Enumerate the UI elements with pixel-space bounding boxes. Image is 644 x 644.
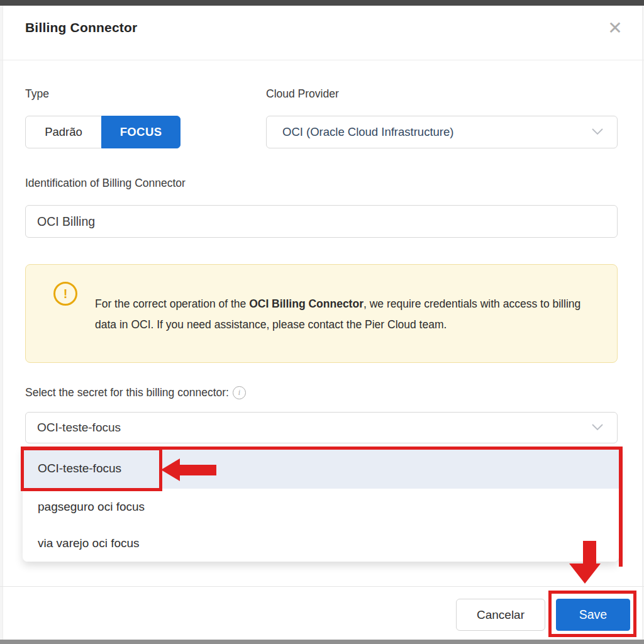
dropdown-option-label: via varejo oci focus (23, 536, 140, 550)
dropdown-option-label: OCI-teste-focus (23, 462, 121, 475)
save-button-label: Save (579, 608, 607, 622)
footer-divider (0, 586, 644, 587)
warning-alert: ! For the correct operation of the OCI B… (25, 264, 618, 363)
warning-text-part1: For the correct operation of the (95, 297, 249, 310)
chevron-down-icon (592, 126, 603, 138)
header-divider (0, 60, 644, 60)
save-button[interactable]: Save (556, 599, 630, 631)
type-option-focus-label: FOCUS (120, 125, 162, 139)
type-option-padrao-label: Padrão (45, 125, 82, 139)
warning-text-bold: OCI Billing Connector (249, 297, 364, 310)
secret-select[interactable]: OCI-teste-focus (25, 412, 618, 443)
dropdown-option-label: pagseguro oci focus (23, 500, 145, 514)
exclamation-circle-icon: ! (53, 282, 77, 306)
cloud-provider-label: Cloud Provider (266, 87, 339, 101)
identification-input[interactable]: OCI Billing (25, 205, 618, 238)
dropdown-option-oci-teste-focus[interactable]: OCI-teste-focus (23, 448, 619, 489)
chevron-down-icon (592, 422, 603, 433)
page-top-edge (0, 0, 644, 6)
cloud-provider-select[interactable]: OCI (Oracle Cloud Infrastructure) (266, 116, 618, 148)
page-bottom-edge (0, 640, 644, 644)
secret-select-value: OCI-teste-focus (26, 421, 121, 435)
screenshot-root: Billing Connector ✕ Type Padrão FOCUS Cl… (0, 0, 644, 644)
modal-title: Billing Connector (25, 20, 137, 35)
info-icon[interactable]: i (233, 386, 246, 399)
type-option-focus[interactable]: FOCUS (101, 116, 180, 148)
dropdown-option-pagseguro-oci-focus[interactable]: pagseguro oci focus (23, 489, 619, 525)
secret-label-row: Select the secret for this billing conne… (25, 386, 246, 399)
identification-value: OCI Billing (26, 214, 95, 229)
cancel-button-label: Cancelar (477, 608, 525, 622)
cancel-button[interactable]: Cancelar (456, 599, 545, 631)
type-label: Type (25, 87, 49, 101)
dropdown-option-via-varejo-oci-focus[interactable]: via varejo oci focus (23, 525, 619, 562)
cloud-provider-value: OCI (Oracle Cloud Infrastructure) (267, 125, 453, 139)
warning-text: For the correct operation of the OCI Bil… (95, 294, 598, 335)
identification-label: Identification of Billing Connector (25, 177, 186, 190)
close-icon[interactable]: ✕ (605, 18, 625, 38)
type-option-padrao[interactable]: Padrão (25, 116, 102, 148)
secret-dropdown-panel: OCI-teste-focus pagseguro oci focus via … (23, 448, 619, 562)
secret-label: Select the secret for this billing conne… (25, 386, 229, 399)
